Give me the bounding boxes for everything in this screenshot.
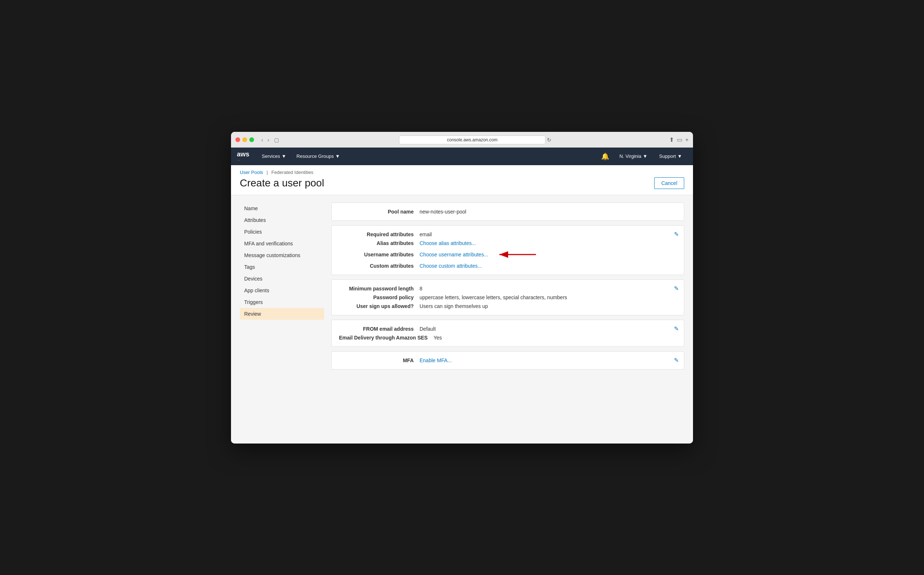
password-policy-row: Password policy uppercase letters, lower…	[339, 294, 677, 300]
sidebar-item-app-clients[interactable]: App clients	[240, 284, 324, 296]
from-email-label: FROM email address	[339, 326, 420, 332]
custom-attributes-row: Custom attributes Choose custom attribut…	[339, 263, 677, 269]
region-nav-item[interactable]: N. Virginia ▼	[614, 148, 653, 165]
from-email-value: Default	[420, 326, 677, 332]
min-password-label: Minimum password length	[339, 286, 420, 292]
address-bar-wrapper: 🔒 ↻	[399, 135, 552, 144]
page-title: Create a user pool	[240, 177, 324, 189]
alias-attributes-label: Alias attributes	[339, 240, 420, 246]
alias-attributes-link[interactable]: Choose alias attributes...	[420, 240, 476, 246]
sidebar-item-mfa[interactable]: MFA and verifications	[240, 238, 324, 249]
page-title-row: Create a user pool Cancel	[240, 177, 684, 189]
refresh-button[interactable]: ↻	[547, 137, 552, 143]
support-nav-item[interactable]: Support ▼	[654, 148, 687, 165]
breadcrumb-current: Federated Identities	[271, 170, 313, 175]
share-button[interactable]: ⬆	[669, 136, 674, 143]
user-signups-label: User sign ups allowed?	[339, 303, 420, 309]
forward-button[interactable]: ›	[266, 136, 271, 144]
breadcrumb: User Pools | Federated Identities	[240, 170, 684, 175]
close-button[interactable]	[235, 137, 240, 142]
password-edit-icon[interactable]: ✎	[674, 285, 679, 292]
sidebar-item-triggers[interactable]: Triggers	[240, 296, 324, 308]
custom-attributes-label: Custom attributes	[339, 263, 420, 269]
mfa-link[interactable]: Enable MFA...	[420, 357, 452, 363]
main-content: User Pools | Federated Identities Create…	[231, 165, 693, 443]
mfa-edit-icon[interactable]: ✎	[674, 357, 679, 364]
password-policy-value: uppercase letters, lowercase letters, sp…	[420, 294, 677, 300]
mfa-card: ✎ MFA Enable MFA...	[331, 351, 684, 370]
back-button[interactable]: ‹	[260, 136, 265, 144]
pool-name-card: Pool name new-notes-user-pool	[331, 203, 684, 221]
user-signups-row: User sign ups allowed? Users can sign th…	[339, 303, 677, 309]
services-nav-item[interactable]: Services ▼	[257, 148, 292, 165]
cancel-button[interactable]: Cancel	[654, 177, 684, 189]
email-card: ✎ FROM email address Default Email Deliv…	[331, 320, 684, 347]
aws-logo: aws ﹏	[237, 151, 249, 162]
resource-groups-nav-item[interactable]: Resource Groups ▼	[292, 148, 345, 165]
password-card: ✎ Minimum password length 8 Password pol…	[331, 280, 684, 315]
mfa-label: MFA	[339, 357, 420, 363]
email-delivery-value: Yes	[433, 335, 677, 341]
username-attributes-link[interactable]: Choose username attributes...	[420, 252, 488, 257]
required-attributes-row: Required attributes email	[339, 232, 677, 237]
required-attributes-value: email	[420, 232, 677, 237]
resource-groups-label: Resource Groups	[296, 154, 334, 159]
sidebar-item-tags[interactable]: Tags	[240, 261, 324, 273]
aws-navbar: aws ﹏ Services ▼ Resource Groups ▼ 🔔 N. …	[231, 148, 693, 165]
sidebar-item-name[interactable]: Name	[240, 203, 324, 214]
mfa-row: MFA Enable MFA...	[339, 357, 677, 363]
from-email-row: FROM email address Default	[339, 326, 677, 332]
tab-view-button[interactable]: ▢	[272, 136, 281, 144]
username-attributes-label: Username attributes	[339, 252, 420, 257]
breadcrumb-user-pools-link[interactable]: User Pools	[240, 170, 263, 175]
region-label: N. Virginia	[620, 154, 641, 159]
attributes-edit-icon[interactable]: ✎	[674, 231, 679, 238]
services-chevron-icon: ▼	[282, 154, 286, 159]
new-tab-button[interactable]: ▭	[677, 136, 682, 143]
min-password-value: 8	[420, 286, 677, 292]
user-signups-value: Users can sign themselves up	[420, 303, 677, 309]
support-chevron-icon: ▼	[677, 154, 682, 159]
email-delivery-row: Email Delivery through Amazon SES Yes	[339, 335, 677, 341]
required-attributes-label: Required attributes	[339, 232, 420, 237]
content-area: Pool name new-notes-user-pool ✎ Required…	[331, 203, 684, 370]
address-bar-container: 🔒 ↻	[285, 135, 665, 144]
sidebar-item-policies[interactable]: Policies	[240, 226, 324, 238]
traffic-lights	[235, 137, 254, 142]
browser-navigation: ‹ › ▢	[260, 136, 281, 144]
support-label: Support	[659, 154, 676, 159]
browser-actions: ⬆ ▭ +	[669, 136, 689, 143]
browser-window: ‹ › ▢ 🔒 ↻ ⬆ ▭ + aws ﹏	[231, 132, 693, 443]
sidebar: Name Attributes Policies MFA and verific…	[240, 203, 324, 370]
min-password-row: Minimum password length 8	[339, 286, 677, 292]
region-chevron-icon: ▼	[643, 154, 648, 159]
pool-name-label: Pool name	[339, 209, 420, 214]
page-header: User Pools | Federated Identities Create…	[231, 165, 693, 195]
bell-icon[interactable]: 🔔	[598, 152, 613, 160]
aws-nav-right: 🔔 N. Virginia ▼ Support ▼	[598, 148, 687, 165]
sidebar-item-attributes[interactable]: Attributes	[240, 214, 324, 226]
attributes-card: ✎ Required attributes email Alias attrib…	[331, 225, 684, 275]
sidebar-item-message-customizations[interactable]: Message customizations	[240, 249, 324, 261]
add-tab-button[interactable]: +	[685, 137, 689, 143]
email-edit-icon[interactable]: ✎	[674, 325, 679, 332]
username-attributes-row: Username attributes Choose username attr…	[339, 249, 677, 260]
arrow-container: Choose username attributes...	[420, 249, 540, 260]
services-label: Services	[262, 154, 280, 159]
custom-attributes-link[interactable]: Choose custom attributes...	[420, 263, 482, 269]
resource-groups-chevron-icon: ▼	[335, 154, 340, 159]
address-bar[interactable]	[399, 135, 545, 144]
breadcrumb-separator: |	[266, 170, 269, 175]
sidebar-item-review[interactable]: Review	[240, 308, 324, 320]
alias-attributes-row: Alias attributes Choose alias attributes…	[339, 240, 677, 246]
password-policy-label: Password policy	[339, 294, 420, 300]
maximize-button[interactable]	[249, 137, 254, 142]
red-arrow-annotation	[496, 249, 540, 260]
pool-name-value: new-notes-user-pool	[420, 209, 677, 214]
minimize-button[interactable]	[242, 137, 247, 142]
pool-name-row: Pool name new-notes-user-pool	[339, 209, 677, 214]
sidebar-item-devices[interactable]: Devices	[240, 273, 324, 284]
browser-chrome: ‹ › ▢ 🔒 ↻ ⬆ ▭ +	[231, 132, 693, 148]
body-layout: Name Attributes Policies MFA and verific…	[231, 195, 693, 377]
email-delivery-label: Email Delivery through Amazon SES	[339, 335, 433, 341]
